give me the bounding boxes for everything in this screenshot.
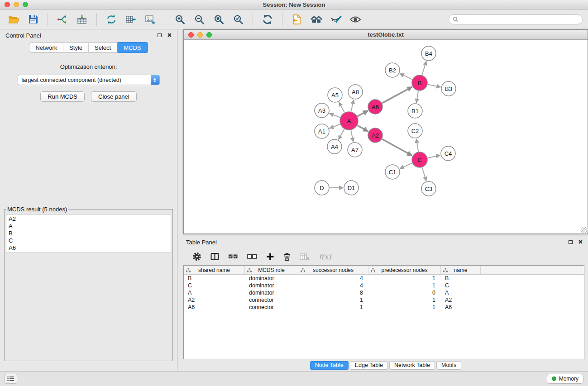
float-panel-icon[interactable] [158, 33, 162, 37]
edge-A2-C[interactable] [382, 139, 412, 156]
import-table-from-file-button[interactable] [74, 12, 90, 27]
run-mcds-button[interactable]: Run MCDS [40, 91, 85, 102]
node-label-A6: A6 [372, 104, 379, 110]
mcds-result-item[interactable]: A2 [9, 215, 168, 223]
mcds-result-item[interactable]: C [9, 237, 168, 244]
home-button[interactable] [308, 12, 325, 27]
table-row[interactable]: A6connector11A6 [184, 304, 584, 311]
table-row[interactable]: Cdominator41C [184, 282, 584, 289]
mcds-result-item[interactable]: B [9, 230, 168, 237]
close-table-panel-icon[interactable]: × [578, 238, 583, 246]
table-body[interactable]: Bdominator41BCdominator41CAdominator80AA… [184, 275, 584, 359]
dropdown-stepper-icon[interactable] [151, 75, 159, 85]
table-row[interactable]: A2connector11A2 [184, 296, 584, 304]
close-window-button[interactable] [5, 2, 10, 7]
network-canvas[interactable]: AA6A2BCA5A8A3A1A4A7B2B4B3B1C2C4C1C3DD1 [184, 40, 588, 234]
column-header-shared-name[interactable]: shared name [184, 266, 245, 274]
network-window-titlebar[interactable]: testGlobe.txt [184, 30, 588, 40]
search-box[interactable] [449, 14, 583, 24]
table-row[interactable]: Adominator80A [184, 289, 584, 296]
edge-B-B1[interactable] [416, 91, 418, 103]
close-network-window-button[interactable] [188, 32, 194, 38]
edge-A-A1[interactable] [330, 124, 340, 129]
edge-A-A4[interactable] [339, 129, 344, 139]
export-network-button[interactable] [289, 12, 305, 27]
zoom-in-button[interactable] [172, 12, 188, 27]
delete-table-button[interactable] [300, 253, 310, 260]
add-row-button[interactable] [266, 253, 274, 261]
refresh-view-button[interactable] [259, 12, 276, 27]
close-panel-icon[interactable]: × [167, 32, 172, 39]
open-session-button[interactable] [5, 12, 22, 27]
network-graph[interactable]: AA6A2BCA5A8A3A1A4A7B2B4B3B1C2C4C1C3DD1 [184, 40, 588, 234]
tab-network[interactable]: Network [29, 43, 63, 52]
node-label-C3: C3 [425, 186, 433, 192]
edge-A-A2[interactable] [357, 125, 368, 131]
new-network-icon [106, 14, 117, 24]
show-hide-panel-button[interactable] [347, 12, 363, 27]
edge-C-C4[interactable] [428, 155, 440, 158]
float-table-panel-icon[interactable] [569, 240, 573, 244]
show-columns-button[interactable] [210, 253, 219, 261]
table-row[interactable]: Bdominator41B [184, 275, 584, 282]
select-all-button[interactable] [228, 253, 238, 260]
edge-A-A7[interactable] [351, 130, 353, 142]
minimize-window-button[interactable] [14, 2, 19, 7]
zoom-out-button[interactable] [191, 12, 207, 27]
open-folder-icon [8, 15, 19, 24]
tab-edge-table[interactable]: Edge Table [350, 361, 388, 370]
search-input[interactable] [461, 16, 578, 23]
edge-B-B3[interactable] [428, 85, 441, 87]
edge-A-A6[interactable] [358, 111, 368, 117]
zoom-network-window-button[interactable] [206, 32, 212, 38]
edge-A-A3[interactable] [330, 113, 340, 117]
close-panel-button[interactable]: Close panel [91, 91, 137, 102]
export-image-button[interactable] [142, 12, 158, 27]
mcds-result-title: MCDS result (5 nodes) [6, 206, 68, 213]
edge-A-A5[interactable] [339, 102, 344, 113]
zoom-window-button[interactable] [23, 2, 28, 7]
plus-icon [266, 253, 274, 261]
edge-A-A8[interactable] [351, 100, 354, 112]
zoom-fit-button[interactable] [210, 12, 227, 27]
minimize-network-window-button[interactable] [197, 32, 203, 38]
column-header-successor-nodes[interactable]: successor nodes [298, 266, 368, 274]
mcds-result-item[interactable]: A6 [9, 244, 168, 252]
edge-C-C1[interactable] [400, 163, 412, 168]
memory-button[interactable]: Memory [547, 374, 583, 384]
graphics-details-button[interactable] [328, 12, 344, 27]
column-header-predecessor-nodes[interactable]: predecessor nodes [368, 266, 441, 274]
edge-B-B2[interactable] [400, 74, 412, 80]
panel-list-button[interactable] [5, 374, 17, 384]
tab-motifs[interactable]: Motifs [436, 361, 461, 370]
edge-C-C3[interactable] [422, 167, 426, 181]
table-cell: dominator [245, 290, 298, 296]
deselect-all-button[interactable] [247, 253, 257, 260]
new-network-button[interactable] [103, 12, 120, 27]
table-cell: A6 [441, 304, 481, 310]
mcds-result-list[interactable]: A2ABCA6 [6, 214, 171, 253]
table-panel: Table Panel × [183, 236, 588, 371]
save-session-button[interactable] [25, 12, 41, 27]
zoom-selected-button[interactable] [230, 12, 246, 27]
edge-C-C2[interactable] [416, 139, 418, 152]
edge-A6-B[interactable] [382, 87, 412, 103]
column-header-name[interactable]: name [441, 266, 481, 274]
table-settings-button[interactable] [192, 252, 201, 261]
delete-row-button[interactable] [283, 253, 291, 261]
column-header-MCDS-role[interactable]: MCDS role [245, 266, 298, 274]
table-cell: C [184, 282, 245, 289]
optimization-criterion-dropdown[interactable]: largest connected component (directed) [18, 75, 160, 85]
window-resize-grip[interactable] [581, 227, 587, 233]
apply-function-button[interactable]: f(x) [319, 253, 331, 261]
tab-select[interactable]: Select [89, 43, 117, 52]
tab-mcds[interactable]: MCDS [117, 42, 148, 53]
tab-node-table[interactable]: Node Table [310, 361, 349, 370]
tab-network-table[interactable]: Network Table [389, 361, 435, 370]
new-network-from-table-button[interactable] [123, 12, 139, 27]
edge-B-B4[interactable] [422, 61, 426, 75]
control-panel-title: Control Panel [5, 32, 41, 39]
import-network-from-file-button[interactable] [54, 12, 71, 27]
mcds-result-item[interactable]: A [9, 223, 168, 230]
tab-style[interactable]: Style [63, 43, 89, 52]
